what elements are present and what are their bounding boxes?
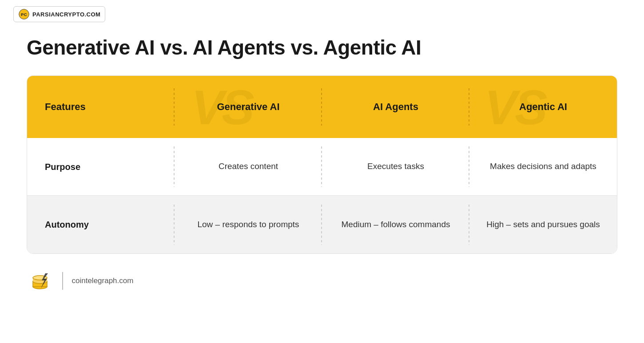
header-ai-agents: AI Agents [322,76,469,138]
header-features: Features [27,76,175,138]
footer-source: cointelegraph.com [72,276,134,285]
cell-autonomy-label: Autonomy [27,196,175,253]
header-generative-ai: Generative AI [175,76,322,138]
footer: cointelegraph.com [27,270,617,292]
table-row: Purpose Creates content Executes tasks M… [27,138,617,196]
cell-autonomy-gen-ai: Low – responds to prompts [175,196,322,253]
footer-logo [31,270,53,292]
cell-purpose-gen-ai: Creates content [175,138,322,195]
page-title: Generative AI vs. AI Agents vs. Agentic … [27,35,617,59]
cell-autonomy-ai-agents: Medium – follows commands [322,196,469,253]
table-row: Autonomy Low – responds to prompts Mediu… [27,196,617,253]
footer-divider [62,272,63,290]
cell-purpose-ai-agents: Executes tasks [322,138,469,195]
cell-autonomy-agentic-ai: High – sets and pursues goals [469,196,617,253]
page-wrapper: Generative AI vs. AI Agents vs. Agentic … [0,0,644,305]
table-header: VS VS Features Generative AI AI Agents A… [27,76,617,138]
cell-purpose-label: Purpose [27,138,175,195]
comparison-table: VS VS Features Generative AI AI Agents A… [27,75,617,254]
cointelegraph-logo-icon [31,270,53,292]
table-body: Purpose Creates content Executes tasks M… [27,138,617,253]
header-agentic-ai: Agentic AI [469,76,617,138]
cell-purpose-agentic-ai: Makes decisions and adapts [469,138,617,195]
